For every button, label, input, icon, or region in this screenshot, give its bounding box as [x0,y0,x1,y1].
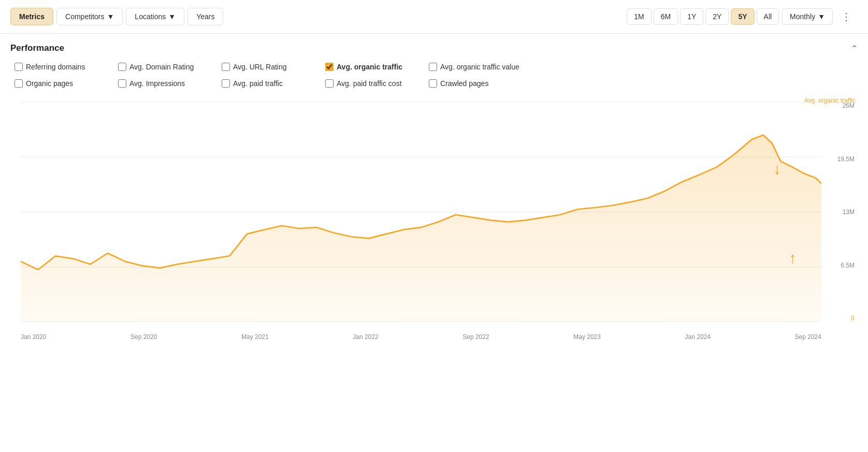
y-label-26m: 26M [843,102,855,109]
x-label-jan2022: Jan 2022 [353,333,378,341]
x-label-may2021: May 2021 [241,333,269,341]
checkbox-referring-domains-input[interactable] [15,63,23,71]
y-label-0: 0 [851,315,855,322]
checkbox-avg-paid-traffic-label: Avg. paid traffic [233,79,283,88]
range-1y[interactable]: 1Y [680,8,703,25]
checkbox-avg-impressions-input[interactable] [118,79,126,88]
checkboxes-row-2: Organic pages Avg. Impressions Avg. paid… [10,77,858,90]
checkbox-referring-domains[interactable]: Referring domains [10,61,114,73]
checkbox-avg-organic-traffic-label: Avg. organic traffic [337,63,402,71]
competitors-tab[interactable]: Competitors ▼ [56,8,123,25]
range-5y[interactable]: 5Y [731,8,754,25]
top-bar-right: 1M 6M 1Y 2Y 5Y All Monthly ▼ ⋮ [627,7,858,26]
performance-section: Performance ⌃ Referring domains Avg. Dom… [0,34,868,344]
checkbox-organic-pages-input[interactable] [15,79,23,88]
checkbox-avg-url-rating[interactable]: Avg. URL Rating [218,61,321,73]
years-tab[interactable]: Years [187,8,223,25]
checkbox-crawled-pages-label: Crawled pages [440,79,488,88]
competitors-chevron-icon: ▼ [107,12,114,21]
checkbox-avg-domain-rating-label: Avg. Domain Rating [129,63,194,71]
section-title: Performance [10,43,64,53]
x-label-sep2020: Sep 2020 [131,333,157,341]
collapse-icon[interactable]: ⌃ [851,44,858,53]
checkbox-avg-paid-traffic-input[interactable] [222,79,230,88]
checkbox-avg-impressions[interactable]: Avg. Impressions [114,77,218,90]
checkbox-avg-organic-traffic-value[interactable]: Avg. organic traffic value [425,61,528,73]
checkbox-avg-domain-rating[interactable]: Avg. Domain Rating [114,61,218,73]
checkbox-avg-url-rating-label: Avg. URL Rating [233,63,287,71]
checkbox-avg-impressions-label: Avg. Impressions [129,79,185,88]
range-buttons: 1M 6M 1Y 2Y 5Y All [627,8,779,25]
locations-tab[interactable]: Locations ▼ [126,8,184,25]
checkbox-avg-domain-rating-input[interactable] [118,63,126,71]
chart-area: Avg. organic traffic ↓ ↑ 26M 19.5M 13M 6… [10,95,858,344]
top-bar: Metrics Competitors ▼ Locations ▼ Years … [0,0,868,34]
checkbox-organic-pages[interactable]: Organic pages [10,77,114,90]
locations-chevron-icon: ▼ [168,12,176,21]
checkbox-avg-organic-traffic[interactable]: Avg. organic traffic [321,61,425,73]
section-header: Performance ⌃ [10,43,858,53]
checkbox-avg-organic-traffic-value-input[interactable] [429,63,437,71]
checkbox-avg-paid-traffic-cost[interactable]: Avg. paid traffic cost [321,77,425,90]
more-options-button[interactable]: ⋮ [836,7,858,26]
x-label-sep2022: Sep 2022 [462,333,489,341]
monthly-chevron-icon: ▼ [818,12,825,21]
y-label-13m: 13M [843,208,855,216]
range-1m[interactable]: 1M [627,8,651,25]
checkbox-avg-organic-traffic-value-label: Avg. organic traffic value [440,63,519,71]
checkboxes-row-1: Referring domains Avg. Domain Rating Avg… [10,61,858,73]
checkbox-avg-paid-traffic-cost-input[interactable] [325,79,334,88]
chart-svg [21,102,821,322]
checkbox-avg-paid-traffic[interactable]: Avg. paid traffic [218,77,321,90]
y-label-65m: 6.5M [841,262,855,269]
metrics-tab[interactable]: Metrics [10,8,53,25]
checkbox-organic-pages-label: Organic pages [26,79,73,88]
checkbox-avg-url-rating-input[interactable] [222,63,230,71]
range-all[interactable]: All [757,8,779,25]
x-label-jan2024: Jan 2024 [685,333,711,341]
checkbox-crawled-pages[interactable]: Crawled pages [425,77,528,90]
top-bar-left: Metrics Competitors ▼ Locations ▼ Years [10,8,223,25]
checkbox-avg-organic-traffic-input[interactable] [325,63,334,71]
y-label-195m: 19.5M [837,156,855,163]
x-label-jan2020: Jan 2020 [21,333,46,341]
x-label-sep2024: Sep 2024 [795,333,821,341]
checkbox-crawled-pages-input[interactable] [429,79,437,88]
checkbox-avg-paid-traffic-cost-label: Avg. paid traffic cost [337,79,402,88]
range-2y[interactable]: 2Y [705,8,729,25]
checkbox-referring-domains-label: Referring domains [26,63,85,71]
range-6m[interactable]: 6M [654,8,678,25]
monthly-button[interactable]: Monthly ▼ [782,8,833,25]
x-label-may2023: May 2023 [573,333,601,341]
